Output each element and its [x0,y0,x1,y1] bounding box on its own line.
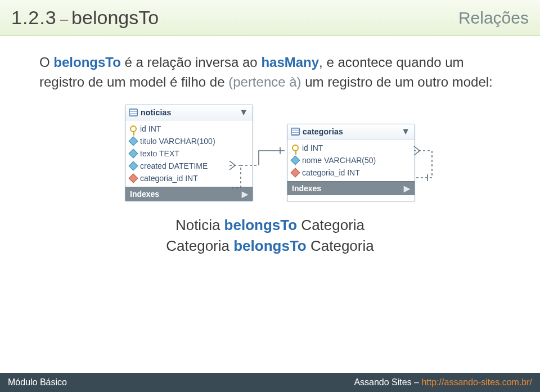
column-row: nome VARCHAR(50) [287,154,415,166]
column-row: created DATETIME [125,160,253,172]
column-label: created DATETIME [140,161,208,170]
slide-body: O belongsTo é a relação inversa ao hasMa… [0,36,540,373]
primary-key-icon [292,145,299,151]
foreign-key-icon [291,168,300,177]
phrase-pertence: (pertence à) [228,74,301,89]
text: Categoria [297,217,364,233]
table-footer: Indexes ▶ [125,187,253,201]
column-label: titulo VARCHAR(100) [140,137,215,146]
table-name: categorias [303,127,343,136]
table-footer: Indexes ▶ [287,181,415,195]
er-diagram: noticias ▼ id INT titulo VARCHAR(100) te… [90,105,450,201]
column-label: categoria_id INT [140,174,198,183]
text: Categoria [307,237,374,254]
column-row: categoria_id INT [287,166,415,179]
table-columns: id INT titulo VARCHAR(100) texto TEXT cr… [125,120,253,187]
footer-site-label: Assando Sites – [354,377,421,387]
section-number: 1.2.3 [11,7,57,29]
intro-paragraph: O belongsTo é a relação inversa ao hasMa… [39,53,501,92]
footer-link[interactable]: http://assando-sites.com.br/ [421,377,532,387]
relation-statements: Noticia belongsTo Categoria Categoria be… [39,215,501,257]
slide-footer: Módulo Básico Assando Sites – http://ass… [0,373,540,392]
collapse-icon: ▼ [239,108,248,117]
foreign-key-icon [129,173,138,183]
column-row: id INT [287,142,415,154]
collapse-icon: ▼ [401,127,410,136]
table-header: noticias ▼ [125,105,253,120]
section-category: Relações [458,8,529,28]
keyword-belongsto: belongsTo [233,237,307,254]
column-label: id INT [302,143,323,152]
column-icon [129,161,138,170]
table-name: noticias [141,108,172,117]
section-heading: 1.2.3 – belongsTo [11,7,159,29]
table-columns: id INT nome VARCHAR(50) categoria_id INT [287,139,415,181]
footer-right: Assando Sites – http://assando-sites.com… [354,377,532,388]
statement-line: Noticia belongsTo Categoria [39,215,501,236]
keyword-hasmany: hasMany [261,55,319,70]
keyword-belongsto: belongsTo [224,217,298,233]
column-icon [129,136,138,146]
table-header: categorias ▼ [287,124,415,139]
text: O [39,55,53,70]
indexes-label: Indexes [292,184,321,193]
table-icon [129,109,138,116]
column-row: categoria_id INT [125,172,253,184]
column-row: titulo VARCHAR(100) [125,135,253,147]
text: Categoria [166,237,233,254]
column-row: id INT [125,123,253,135]
text: é a relação inversa ao [121,55,261,70]
statement-line: Categoria belongsTo Categoria [39,236,501,257]
text: um registro de um outro model: [302,74,493,89]
column-row: texto TEXT [125,147,253,160]
column-label: texto TEXT [140,149,179,158]
column-icon [291,155,300,165]
table-categorias: categorias ▼ id INT nome VARCHAR(50) cat… [287,124,415,201]
primary-key-icon [130,125,137,132]
section-separator: – [60,11,68,28]
section-title: belongsTo [71,7,159,29]
column-label: categoria_id INT [302,168,360,177]
expand-icon: ▶ [404,184,410,193]
text: Noticia [176,217,224,233]
keyword-belongsto: belongsTo [53,55,121,70]
table-noticias: noticias ▼ id INT titulo VARCHAR(100) te… [125,105,253,201]
column-icon [129,148,138,158]
column-label: id INT [140,124,161,133]
expand-icon: ▶ [242,190,248,199]
table-icon [291,128,300,136]
slide-header: 1.2.3 – belongsTo Relações [0,0,540,36]
indexes-label: Indexes [130,190,159,199]
column-label: nome VARCHAR(50) [302,156,376,165]
footer-left: Módulo Básico [8,377,67,388]
